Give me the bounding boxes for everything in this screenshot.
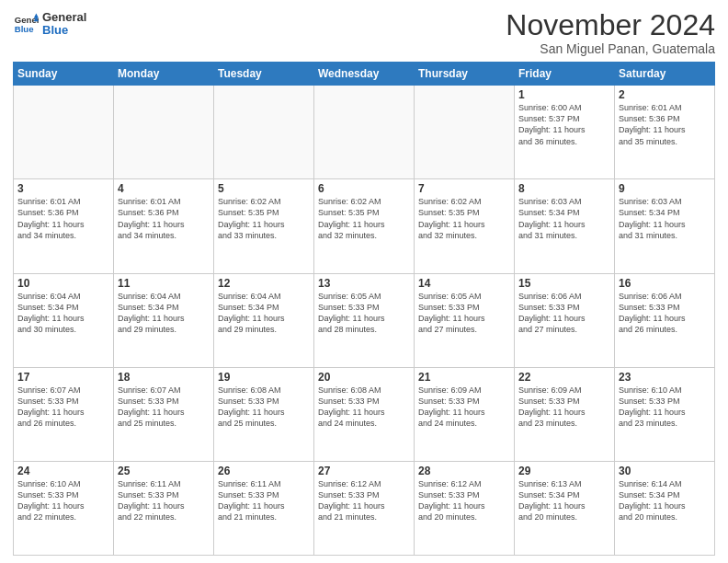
day-info: Sunrise: 6:05 AM Sunset: 5:33 PM Dayligh… <box>318 291 410 336</box>
day-cell-11: 11Sunrise: 6:04 AM Sunset: 5:34 PM Dayli… <box>114 273 214 367</box>
col-header-thursday: Thursday <box>415 63 515 86</box>
day-number: 23 <box>619 371 711 384</box>
week-row-0: 1Sunrise: 6:00 AM Sunset: 5:37 PM Daylig… <box>14 86 715 179</box>
day-info: Sunrise: 6:08 AM Sunset: 5:33 PM Dayligh… <box>218 385 310 430</box>
day-number: 29 <box>518 465 610 477</box>
week-row-3: 17Sunrise: 6:07 AM Sunset: 5:33 PM Dayli… <box>14 367 715 461</box>
day-cell-8: 8Sunrise: 6:03 AM Sunset: 5:34 PM Daylig… <box>515 179 615 273</box>
col-header-tuesday: Tuesday <box>214 63 314 86</box>
day-info: Sunrise: 6:12 AM Sunset: 5:33 PM Dayligh… <box>418 478 510 523</box>
day-number: 5 <box>218 182 310 195</box>
day-info: Sunrise: 6:01 AM Sunset: 5:36 PM Dayligh… <box>619 102 711 147</box>
month-title: November 2024 <box>506 9 715 41</box>
day-cell-30: 30Sunrise: 6:14 AM Sunset: 5:34 PM Dayli… <box>615 461 715 555</box>
day-number: 19 <box>218 371 310 384</box>
day-info: Sunrise: 6:09 AM Sunset: 5:33 PM Dayligh… <box>518 385 610 430</box>
day-cell-26: 26Sunrise: 6:11 AM Sunset: 5:33 PM Dayli… <box>214 461 314 555</box>
day-cell-9: 9Sunrise: 6:03 AM Sunset: 5:34 PM Daylig… <box>615 179 715 273</box>
svg-text:Blue: Blue <box>15 24 34 34</box>
day-number: 9 <box>619 182 711 195</box>
week-row-2: 10Sunrise: 6:04 AM Sunset: 5:34 PM Dayli… <box>14 273 715 367</box>
day-number: 22 <box>518 371 610 384</box>
day-info: Sunrise: 6:02 AM Sunset: 5:35 PM Dayligh… <box>218 196 310 241</box>
day-info: Sunrise: 6:06 AM Sunset: 5:33 PM Dayligh… <box>619 291 711 336</box>
day-info: Sunrise: 6:11 AM Sunset: 5:33 PM Dayligh… <box>218 478 310 523</box>
day-number: 17 <box>17 371 109 384</box>
day-number: 25 <box>118 465 210 477</box>
day-number: 15 <box>518 277 610 290</box>
col-header-friday: Friday <box>515 63 615 86</box>
day-number: 8 <box>518 182 610 195</box>
day-info: Sunrise: 6:04 AM Sunset: 5:34 PM Dayligh… <box>218 291 310 336</box>
day-number: 4 <box>118 182 210 195</box>
col-header-sunday: Sunday <box>14 63 114 86</box>
calendar-header-row: SundayMondayTuesdayWednesdayThursdayFrid… <box>14 63 715 86</box>
day-info: Sunrise: 6:10 AM Sunset: 5:33 PM Dayligh… <box>17 478 109 523</box>
day-number: 7 <box>418 182 510 195</box>
day-cell-23: 23Sunrise: 6:10 AM Sunset: 5:33 PM Dayli… <box>615 367 715 461</box>
day-cell-1: 1Sunrise: 6:00 AM Sunset: 5:37 PM Daylig… <box>515 86 615 179</box>
day-number: 18 <box>118 371 210 384</box>
day-info: Sunrise: 6:03 AM Sunset: 5:34 PM Dayligh… <box>619 196 711 241</box>
day-cell-empty-0-0 <box>14 86 114 179</box>
day-cell-16: 16Sunrise: 6:06 AM Sunset: 5:33 PM Dayli… <box>615 273 715 367</box>
day-cell-3: 3Sunrise: 6:01 AM Sunset: 5:36 PM Daylig… <box>14 179 114 273</box>
day-info: Sunrise: 6:02 AM Sunset: 5:35 PM Dayligh… <box>418 196 510 241</box>
day-cell-7: 7Sunrise: 6:02 AM Sunset: 5:35 PM Daylig… <box>415 179 515 273</box>
day-info: Sunrise: 6:04 AM Sunset: 5:34 PM Dayligh… <box>17 291 109 336</box>
calendar-page: General Blue General Blue November 2024 … <box>0 0 728 563</box>
day-cell-19: 19Sunrise: 6:08 AM Sunset: 5:33 PM Dayli… <box>214 367 314 461</box>
day-cell-13: 13Sunrise: 6:05 AM Sunset: 5:33 PM Dayli… <box>314 273 415 367</box>
location: San Miguel Panan, Guatemala <box>506 41 715 56</box>
week-row-1: 3Sunrise: 6:01 AM Sunset: 5:36 PM Daylig… <box>14 179 715 273</box>
day-info: Sunrise: 6:03 AM Sunset: 5:34 PM Dayligh… <box>518 196 610 241</box>
day-cell-28: 28Sunrise: 6:12 AM Sunset: 5:33 PM Dayli… <box>415 461 515 555</box>
day-info: Sunrise: 6:08 AM Sunset: 5:33 PM Dayligh… <box>318 385 410 430</box>
day-number: 26 <box>218 465 310 477</box>
day-cell-29: 29Sunrise: 6:13 AM Sunset: 5:34 PM Dayli… <box>515 461 615 555</box>
title-block: November 2024 San Miguel Panan, Guatemal… <box>506 9 715 56</box>
day-number: 1 <box>518 88 610 101</box>
day-cell-4: 4Sunrise: 6:01 AM Sunset: 5:36 PM Daylig… <box>114 179 214 273</box>
day-cell-17: 17Sunrise: 6:07 AM Sunset: 5:33 PM Dayli… <box>14 367 114 461</box>
day-cell-5: 5Sunrise: 6:02 AM Sunset: 5:35 PM Daylig… <box>214 179 314 273</box>
day-info: Sunrise: 6:13 AM Sunset: 5:34 PM Dayligh… <box>518 478 610 523</box>
col-header-saturday: Saturday <box>615 63 715 86</box>
logo-general: General <box>42 11 86 24</box>
day-info: Sunrise: 6:01 AM Sunset: 5:36 PM Dayligh… <box>118 196 210 241</box>
day-cell-12: 12Sunrise: 6:04 AM Sunset: 5:34 PM Dayli… <box>214 273 314 367</box>
day-cell-empty-0-3 <box>314 86 415 179</box>
day-number: 16 <box>619 277 711 290</box>
day-cell-6: 6Sunrise: 6:02 AM Sunset: 5:35 PM Daylig… <box>314 179 415 273</box>
day-number: 28 <box>418 465 510 477</box>
day-number: 13 <box>318 277 410 290</box>
day-info: Sunrise: 6:00 AM Sunset: 5:37 PM Dayligh… <box>518 102 610 147</box>
col-header-monday: Monday <box>114 63 214 86</box>
day-cell-empty-0-2 <box>214 86 314 179</box>
day-number: 2 <box>619 88 711 101</box>
logo: General Blue General Blue <box>13 9 86 38</box>
day-cell-empty-0-4 <box>415 86 515 179</box>
col-header-wednesday: Wednesday <box>314 63 415 86</box>
day-info: Sunrise: 6:07 AM Sunset: 5:33 PM Dayligh… <box>118 385 210 430</box>
day-info: Sunrise: 6:06 AM Sunset: 5:33 PM Dayligh… <box>518 291 610 336</box>
week-row-4: 24Sunrise: 6:10 AM Sunset: 5:33 PM Dayli… <box>14 461 715 555</box>
day-number: 24 <box>17 465 109 477</box>
day-number: 10 <box>17 277 109 290</box>
day-info: Sunrise: 6:09 AM Sunset: 5:33 PM Dayligh… <box>418 385 510 430</box>
day-number: 14 <box>418 277 510 290</box>
logo-blue: Blue <box>42 24 86 37</box>
day-number: 12 <box>218 277 310 290</box>
day-number: 21 <box>418 371 510 384</box>
day-number: 30 <box>619 465 711 477</box>
day-cell-24: 24Sunrise: 6:10 AM Sunset: 5:33 PM Dayli… <box>14 461 114 555</box>
day-cell-22: 22Sunrise: 6:09 AM Sunset: 5:33 PM Dayli… <box>515 367 615 461</box>
header: General Blue General Blue November 2024 … <box>13 9 715 56</box>
day-info: Sunrise: 6:12 AM Sunset: 5:33 PM Dayligh… <box>318 478 410 523</box>
day-info: Sunrise: 6:07 AM Sunset: 5:33 PM Dayligh… <box>17 385 109 430</box>
logo-icon: General Blue <box>13 10 39 36</box>
day-cell-20: 20Sunrise: 6:08 AM Sunset: 5:33 PM Dayli… <box>314 367 415 461</box>
day-cell-14: 14Sunrise: 6:05 AM Sunset: 5:33 PM Dayli… <box>415 273 515 367</box>
day-number: 6 <box>318 182 410 195</box>
day-number: 27 <box>318 465 410 477</box>
